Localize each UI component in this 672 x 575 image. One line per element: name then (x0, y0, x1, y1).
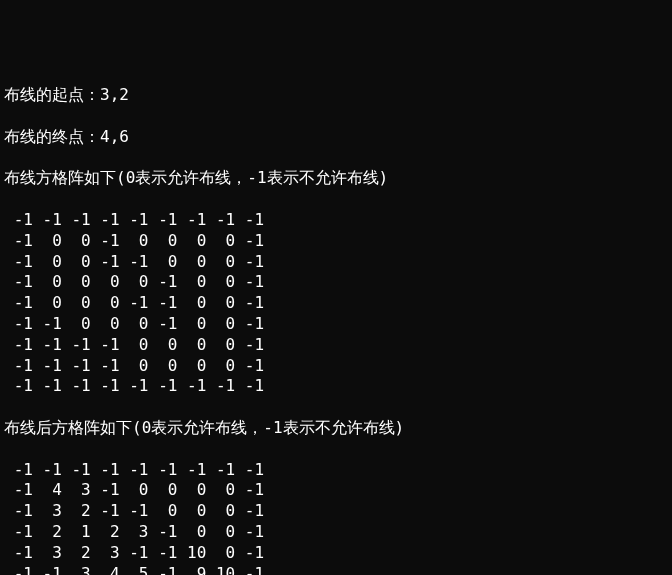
grid-row: -1 3 2 -1 -1 0 0 0 -1 (4, 501, 668, 522)
grid-row: -1 4 3 -1 0 0 0 0 -1 (4, 480, 668, 501)
grid-row: -1 -1 3 4 5 -1 9 10 -1 (4, 564, 668, 575)
grid-row: -1 0 0 -1 0 0 0 0 -1 (4, 231, 668, 252)
grid-row: -1 -1 -1 -1 0 0 0 0 -1 (4, 335, 668, 356)
grid-after: -1 -1 -1 -1 -1 -1 -1 -1 -1 -1 4 3 -1 0 0… (4, 460, 668, 575)
grid-row: -1 2 1 2 3 -1 0 0 -1 (4, 522, 668, 543)
start-label: 布线的起点： (4, 85, 100, 104)
grid-before: -1 -1 -1 -1 -1 -1 -1 -1 -1 -1 0 0 -1 0 0… (4, 210, 668, 397)
grid-row: -1 0 0 -1 -1 0 0 0 -1 (4, 252, 668, 273)
end-value: 4,6 (100, 127, 129, 146)
grid-before-label: 布线方格阵如下(0表示允许布线，-1表示不允许布线) (4, 168, 668, 189)
end-point-line: 布线的终点：4,6 (4, 127, 668, 148)
grid-row: -1 3 2 3 -1 -1 10 0 -1 (4, 543, 668, 564)
grid-after-label: 布线后方格阵如下(0表示允许布线，-1表示不允许布线) (4, 418, 668, 439)
start-point-line: 布线的起点：3,2 (4, 85, 668, 106)
grid-row: -1 -1 -1 -1 -1 -1 -1 -1 -1 (4, 376, 668, 397)
start-value: 3,2 (100, 85, 129, 104)
grid-row: -1 0 0 0 0 -1 0 0 -1 (4, 272, 668, 293)
grid-row: -1 0 0 0 -1 -1 0 0 -1 (4, 293, 668, 314)
grid-row: -1 -1 -1 -1 -1 -1 -1 -1 -1 (4, 210, 668, 231)
grid-row: -1 -1 0 0 0 -1 0 0 -1 (4, 314, 668, 335)
end-label: 布线的终点： (4, 127, 100, 146)
grid-row: -1 -1 -1 -1 -1 -1 -1 -1 -1 (4, 460, 668, 481)
grid-row: -1 -1 -1 -1 0 0 0 0 -1 (4, 356, 668, 377)
